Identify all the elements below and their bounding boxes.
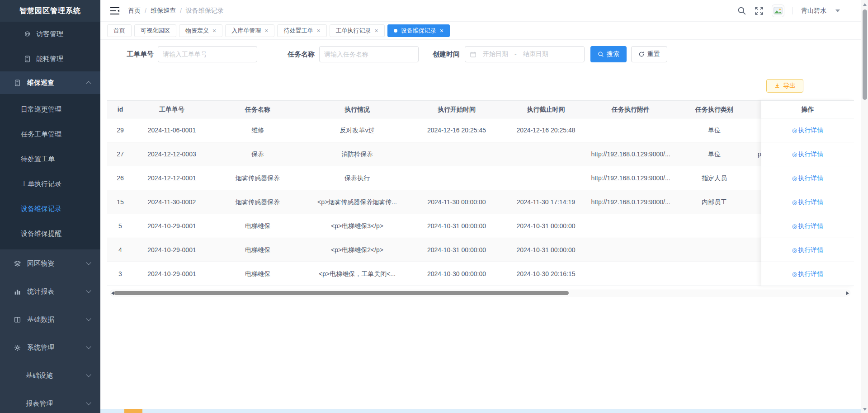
tab-visual-park[interactable]: 可视化园区: [134, 24, 176, 37]
cell-start-time: [409, 142, 504, 166]
cell-order-no: 2024-10-29-0001: [133, 214, 210, 238]
cell-end-time: [504, 142, 588, 166]
breadcrumb-home[interactable]: 首页: [128, 7, 141, 15]
date-end-placeholder: 结束日期: [523, 50, 548, 58]
visitor-icon: [23, 30, 32, 39]
sidebar-item-system-management[interactable]: 系统管理: [0, 333, 100, 361]
breadcrumb-maintenance[interactable]: 维保巡查: [151, 7, 176, 15]
view-detail-link[interactable]: ◎执行详情: [792, 127, 823, 134]
sidebar-item-equipment-maintenance-records[interactable]: 设备维保记录: [0, 196, 100, 221]
cell-category: [674, 262, 755, 286]
view-detail-link[interactable]: ◎执行详情: [792, 174, 823, 182]
reset-button[interactable]: 重置: [631, 46, 667, 62]
sidebar-item-task-work-orders[interactable]: 任务工单管理: [0, 122, 100, 146]
search-button[interactable]: 搜索: [590, 46, 627, 62]
sidebar-item-statistics-reports[interactable]: 统计报表: [0, 277, 100, 305]
create-time-label: 创建时间: [433, 50, 460, 59]
chevron-down-icon: [86, 344, 91, 349]
divider: [793, 7, 793, 14]
action-cell: ◎执行详情: [761, 118, 854, 142]
date-separator: -: [514, 51, 517, 58]
order-no-input[interactable]: [158, 46, 257, 62]
cell-attachment: http://192.168.0.129:9000/...: [588, 142, 674, 166]
cell-order-no: 2024-11-06-0001: [133, 118, 210, 142]
task-name-input[interactable]: [319, 46, 419, 62]
view-detail-link[interactable]: ◎执行详情: [792, 198, 823, 206]
table-row: 29 2024-11-06-0001 维修 反对改革v过 2024-12-16 …: [107, 118, 854, 142]
vertical-scrollbar-thumb[interactable]: [863, 9, 867, 100]
cell-attachment: http://192.168.0.129:9000/...: [588, 190, 674, 214]
table-row: 3 2024-10-29-0001 电梯维保 <p>电梯维保，工单关闭<... …: [107, 262, 854, 286]
tab-work-order-records[interactable]: 工单执行记录×: [330, 24, 385, 37]
tab-home[interactable]: 首页: [107, 24, 132, 37]
cell-category: 指定人员: [674, 166, 755, 190]
chevron-down-icon: [86, 400, 91, 405]
cell-execution: <p>电梯维保2</p>: [305, 238, 409, 262]
cell-order-no: 2024-12-12-0003: [133, 142, 210, 166]
cell-category: [674, 238, 755, 262]
col-header-start-time: 执行开始时间: [409, 101, 504, 118]
avatar[interactable]: [772, 5, 784, 17]
fullscreen-icon[interactable]: [755, 6, 764, 15]
content-area: 工单单号 任务名称 创建时间 开始日期 - 结束日期 搜索 重置 导出: [100, 40, 861, 413]
tab-bar: 首页 可视化园区 物资定义× 入库单管理× 待处置工单× 工单执行记录× 设备维…: [100, 22, 861, 40]
view-detail-link[interactable]: ◎执行详情: [792, 150, 823, 158]
tab-close-icon[interactable]: ×: [212, 28, 216, 34]
sidebar-item-label: 维保巡查: [27, 79, 54, 87]
sidebar-item-pending-work-orders[interactable]: 待处置工单: [0, 146, 100, 171]
col-header-category: 任务执行类别: [674, 101, 755, 118]
data-table: id 工单单号 任务名称 执行情况 执行开始时间 执行截止时间 任务执行附件 任…: [107, 100, 854, 286]
sidebar-item-infrastructure[interactable]: 基础设施: [0, 361, 100, 390]
sidebar-item-basic-data[interactable]: 基础数据: [0, 305, 100, 333]
table-row: 27 2024-12-12-0003 保养 消防栓保养 http://192.1…: [107, 142, 854, 166]
order-no-label: 工单单号: [127, 50, 154, 59]
sidebar-item-report-management[interactable]: 报表管理: [0, 390, 100, 413]
sidebar-item-work-order-records[interactable]: 工单执行记录: [0, 171, 100, 196]
collapse-sidebar-icon[interactable]: [110, 7, 120, 15]
export-button[interactable]: 导出: [766, 79, 803, 93]
cell-id: 3: [107, 262, 133, 286]
search-icon[interactable]: [737, 6, 746, 15]
tab-equipment-maintenance-records[interactable]: 设备维保记录×: [387, 24, 450, 37]
sidebar-item-label: 能耗管理: [36, 55, 63, 63]
sidebar-item-maintenance-inspection[interactable]: 维保巡查: [0, 71, 100, 94]
tab-material-definition[interactable]: 物资定义×: [179, 24, 222, 37]
tab-inbound-orders[interactable]: 入库单管理×: [225, 24, 274, 37]
view-detail-link[interactable]: ◎执行详情: [792, 222, 823, 230]
tab-close-icon[interactable]: ×: [440, 28, 443, 34]
cell-attachment: [588, 238, 674, 262]
sidebar-item-park-materials[interactable]: 园区物资: [0, 249, 100, 277]
sidebar-item-label: 基础设施: [26, 371, 53, 380]
view-detail-link[interactable]: ◎执行详情: [792, 270, 823, 277]
vertical-scrollbar[interactable]: [861, 0, 868, 413]
scroll-right-arrow-icon[interactable]: [846, 291, 849, 295]
task-name-label: 任务名称: [288, 50, 315, 59]
tab-close-icon[interactable]: ×: [264, 28, 268, 34]
tab-close-icon[interactable]: ×: [316, 28, 320, 34]
sidebar-item-energy-management[interactable]: 能耗管理: [0, 47, 100, 71]
active-tab-dot: [394, 29, 397, 33]
sidebar-item-daily-patrol[interactable]: 日常巡更管理: [0, 97, 100, 122]
calendar-icon: [470, 51, 476, 58]
tab-close-icon[interactable]: ×: [375, 28, 378, 34]
cell-execution: 消防栓保养: [305, 142, 409, 166]
sidebar-item-equipment-maintenance-reminders[interactable]: 设备维保提醒: [0, 221, 100, 246]
view-detail-link[interactable]: ◎执行详情: [792, 246, 823, 253]
cell-end-time: 2024-10-30 20:16:15: [504, 262, 588, 286]
scroll-up-arrow-icon[interactable]: [863, 3, 867, 6]
cell-execution: 保养执行: [305, 166, 409, 190]
cell-end-time: 2024-12-16 20:25:48: [504, 118, 588, 142]
action-cell: ◎执行详情: [761, 238, 854, 262]
date-range-picker[interactable]: 开始日期 - 结束日期: [465, 46, 585, 62]
cell-start-time: 2024-10-31 00:00:00: [409, 238, 504, 262]
scroll-down-arrow-icon[interactable]: [863, 408, 867, 411]
username[interactable]: 青山碧水: [801, 7, 826, 15]
table-row: 5 2024-10-29-0001 电梯维保 <p>电梯维保3</p> 2024…: [107, 214, 854, 238]
sidebar-item-visitor-management[interactable]: 访客管理: [0, 22, 100, 47]
horizontal-scrollbar[interactable]: [110, 290, 850, 296]
tab-pending-work-orders[interactable]: 待处置工单×: [277, 24, 326, 37]
cell-start-time: 2024-10-30 00:00:00: [409, 262, 504, 286]
horizontal-scrollbar-thumb[interactable]: [114, 291, 569, 295]
cell-attachment: [588, 214, 674, 238]
user-menu-caret-icon[interactable]: [835, 9, 840, 12]
